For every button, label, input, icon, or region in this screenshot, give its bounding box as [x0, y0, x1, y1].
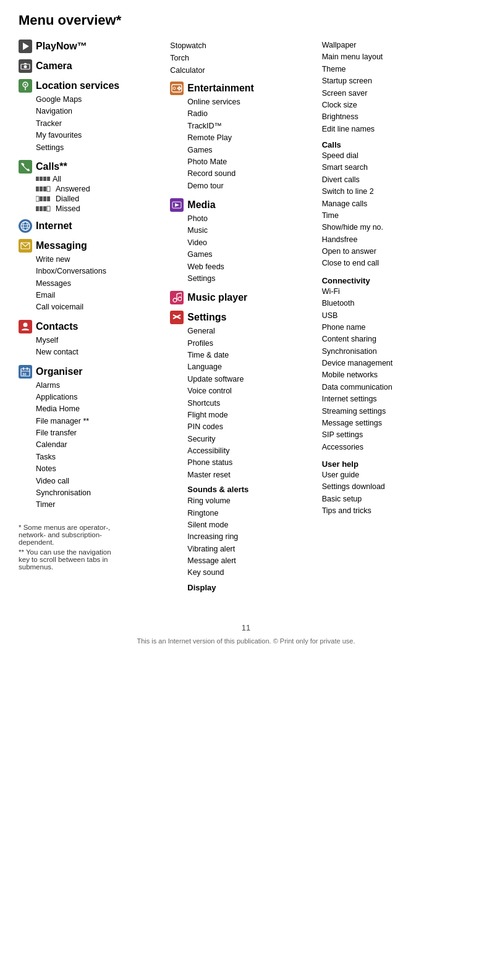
organiser-subitems: Alarms Applications Media Home File mana… [36, 380, 164, 511]
media-title: Media [187, 199, 215, 211]
footnote-2: network- and subscription- [19, 531, 164, 538]
svg-point-31 [173, 87, 176, 90]
list-item: Close to end call [322, 258, 467, 269]
list-item: Music [187, 225, 315, 237]
list-item: Bluetooth [322, 298, 467, 309]
organiser-title: Organiser [36, 366, 83, 377]
list-item: Switch to line 2 [322, 186, 467, 198]
list-item: Flight mode [187, 409, 315, 421]
list-item: Photo Mate [187, 156, 315, 168]
musicplayer-title: Music player [187, 292, 247, 303]
list-item: Torch [170, 52, 315, 64]
list-item: Tracker [36, 118, 164, 130]
section-location: Location services Google Maps Navigation… [19, 79, 164, 154]
entertainment-icon [170, 82, 184, 95]
calls-icon [19, 160, 32, 174]
list-item: Accessories [322, 442, 467, 453]
list-item: Ring volume [187, 495, 315, 507]
contacts-subitems: Myself New contact [36, 335, 164, 359]
svg-rect-14 [47, 196, 50, 201]
contacts-icon [19, 320, 32, 333]
list-item: Open to answer [322, 246, 467, 258]
list-item: Games [187, 249, 315, 261]
settings-subitems: General Profiles Time & date Language Up… [187, 325, 315, 592]
messaging-title: Messaging [36, 240, 87, 251]
list-item: TrackID™ [187, 120, 315, 132]
list-item: Remote Play [187, 132, 315, 144]
media-subitems: Photo Music Video Games Web feeds Settin… [187, 213, 315, 285]
svg-point-2 [24, 65, 27, 69]
svg-rect-15 [36, 206, 39, 211]
svg-rect-9 [43, 186, 46, 191]
dialled-icon [36, 196, 53, 202]
footnote-1: * Some menus are operator-, [19, 524, 164, 531]
camera-icon [19, 59, 32, 73]
svg-rect-7 [36, 186, 39, 191]
internet-icon [19, 219, 32, 233]
list-item: Photo [187, 213, 315, 225]
media-icon [170, 198, 184, 212]
svg-rect-18 [47, 206, 50, 211]
list-item: Games [187, 144, 315, 156]
list-item: Inbox/Conversations [36, 266, 164, 277]
list-item: Timer [36, 499, 164, 511]
svg-line-41 [177, 293, 182, 294]
section-internet: Internet [19, 219, 164, 233]
list-item: Vibrating alert [187, 543, 315, 555]
entertainment-subitems: Online services Radio TrackID™ Remote Pl… [187, 96, 315, 192]
column-1: PlayNow™ Camera Location services Google… [19, 40, 170, 571]
list-item: Language [187, 361, 315, 373]
list-item: Speed dial [322, 150, 467, 162]
list-item: Web feeds [187, 261, 315, 273]
list-item: Applications [36, 392, 164, 403]
col2-top-items: Stopwatch Torch Calculator [170, 40, 315, 77]
list-item: Startup screen [322, 75, 467, 87]
list-item: Ringtone [187, 508, 315, 519]
list-item: Synchronisation [36, 487, 164, 499]
call-missed-label: Missed [56, 204, 80, 213]
list-item: Voice control [187, 385, 315, 397]
call-dialled-label: Dialled [56, 195, 79, 203]
list-item: Key sound [187, 567, 315, 579]
list-item: Google Maps [36, 94, 164, 106]
list-item: Clock size [322, 99, 467, 111]
svg-point-20 [23, 222, 28, 230]
list-item: Calendar [36, 439, 164, 451]
list-item: SIP settings [322, 429, 467, 441]
list-item: Navigation [36, 106, 164, 117]
list-item: Wallpaper [322, 40, 467, 51]
list-item: Message alert [187, 555, 315, 567]
connectivity-group-header: Connectivity [322, 276, 467, 285]
col3-calls-group: Calls Speed dial Smart search Divert cal… [322, 140, 467, 270]
list-item: Radio [187, 108, 315, 120]
svg-point-39 [178, 297, 182, 301]
calls-group-items: Speed dial Smart search Divert calls Swi… [322, 150, 467, 270]
list-item: Increasing ring [187, 531, 315, 543]
camera-title: Camera [36, 61, 72, 72]
svg-rect-12 [40, 196, 43, 201]
call-log-answered: Answered [36, 185, 164, 193]
settings-icon [170, 311, 184, 324]
list-item: Screen saver [322, 88, 467, 99]
location-icon [19, 79, 32, 93]
list-item: Media Home [36, 403, 164, 415]
svg-marker-37 [175, 203, 179, 207]
list-item: USB [322, 310, 467, 322]
svg-point-35 [180, 88, 182, 90]
list-item: Synchronisation [322, 346, 467, 358]
section-contacts: Contacts Myself New contact [19, 320, 164, 359]
list-item: Calculator [170, 64, 315, 77]
list-item: Tasks [36, 451, 164, 463]
list-item: User guide [322, 469, 467, 481]
list-item: Smart search [322, 162, 467, 174]
userhelp-group-items: User guide Settings download Basic setup… [322, 469, 467, 517]
call-log-all: All [36, 175, 164, 183]
section-playnow: PlayNow™ [19, 40, 164, 53]
connectivity-group-items: Wi-Fi Bluetooth USB Phone name Content s… [322, 286, 467, 453]
list-item: Basic setup [322, 493, 467, 505]
svg-point-38 [173, 298, 177, 302]
messaging-subitems: Write new Inbox/Conversations Messages E… [36, 254, 164, 314]
svg-rect-10 [47, 186, 50, 191]
footnote-3: dependent. [19, 538, 164, 546]
list-item: Shortcuts [187, 398, 315, 409]
